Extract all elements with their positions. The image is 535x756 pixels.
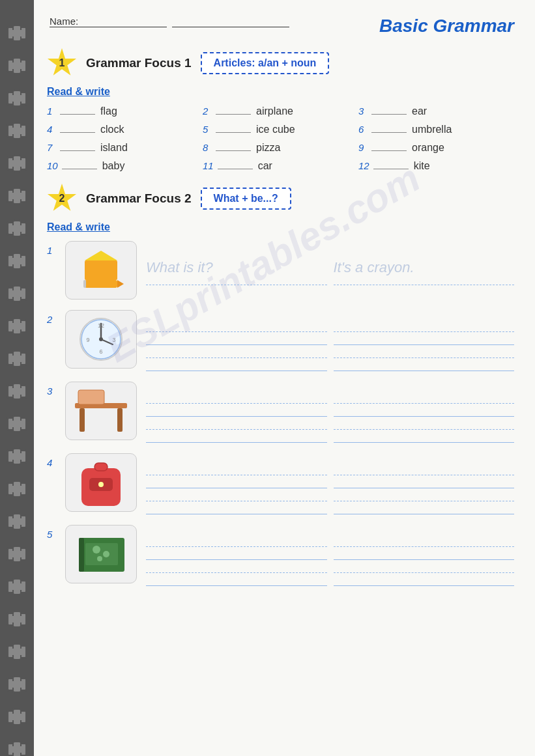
answer-line[interactable] bbox=[60, 150, 95, 151]
spiral-ring bbox=[7, 352, 27, 366]
writing-lines-area[interactable] bbox=[146, 382, 514, 443]
dotted-line bbox=[146, 538, 327, 547]
exercise-number: 12 bbox=[358, 160, 369, 171]
image-box-clock: 6 12 9 3 bbox=[65, 310, 137, 369]
dotted-line bbox=[334, 395, 515, 404]
exercise-number: 4 bbox=[47, 124, 56, 135]
writing-col bbox=[334, 466, 515, 514]
exercise-item: 5 ice cube bbox=[203, 124, 358, 135]
spiral-ring bbox=[7, 645, 27, 659]
read-write-1: Read & write bbox=[47, 86, 514, 98]
writing-line-group bbox=[146, 323, 514, 371]
answer-line[interactable] bbox=[216, 132, 251, 133]
star-number-2: 2 bbox=[59, 193, 65, 204]
svg-rect-17 bbox=[78, 390, 104, 404]
solid-line bbox=[334, 577, 515, 586]
exercise-item: 8 pizza bbox=[203, 142, 358, 154]
focus-box-2: What + be...? bbox=[201, 188, 291, 210]
writing-lines-area[interactable] bbox=[146, 525, 514, 586]
answer-line[interactable] bbox=[371, 132, 407, 133]
dotted-line bbox=[146, 466, 327, 475]
answer-line[interactable] bbox=[216, 150, 251, 151]
exercise-grid: 1 flag 2 airplane 3 ear 4 clock 5 ice cu… bbox=[47, 105, 514, 172]
answer-line[interactable] bbox=[60, 114, 95, 115]
writing-item: 4 bbox=[47, 453, 514, 514]
spiral-ring bbox=[7, 710, 27, 724]
answer-line[interactable] bbox=[216, 114, 251, 115]
image-box-desk bbox=[65, 382, 137, 440]
answer-line[interactable] bbox=[371, 114, 407, 115]
answer-line[interactable] bbox=[371, 150, 407, 151]
svg-text:3: 3 bbox=[112, 337, 115, 343]
exercise-number: 5 bbox=[203, 124, 212, 135]
exercise-word: clock bbox=[100, 124, 124, 135]
section2: 2 Grammar Focus 2 What + be...? Read & w… bbox=[47, 184, 514, 586]
spiral-ring bbox=[7, 189, 27, 203]
exercise-number: 2 bbox=[203, 105, 212, 117]
dotted-line bbox=[334, 466, 515, 475]
spiral-ring bbox=[7, 482, 27, 496]
exercise-number: 3 bbox=[358, 105, 368, 117]
exercise-word: umbrella bbox=[412, 124, 452, 135]
page-wrapper: ESLprintables.com Name: Basic Grammar 1 … bbox=[0, 0, 535, 756]
writing-item: 1 What is it? It's a crayon. bbox=[47, 241, 514, 300]
exercise-item: 4 clock bbox=[47, 124, 203, 135]
exercise-word: ice cube bbox=[256, 124, 295, 135]
focus-box-1: Articles: a/an + noun bbox=[201, 52, 330, 74]
spiral-ring bbox=[7, 319, 27, 333]
name-field[interactable]: Name: bbox=[47, 16, 289, 27]
spiral-ring bbox=[7, 254, 27, 268]
exercise-item: 3 ear bbox=[358, 105, 514, 117]
svg-text:9: 9 bbox=[86, 337, 89, 343]
dotted-line bbox=[146, 421, 327, 430]
dotted-line bbox=[146, 492, 327, 501]
svg-point-21 bbox=[98, 482, 104, 487]
exercise-number: 7 bbox=[47, 142, 56, 153]
item-number: 3 bbox=[47, 382, 56, 397]
grammar-focus-1-label: Grammar Focus 1 bbox=[86, 56, 192, 70]
writing-lines-area[interactable] bbox=[146, 453, 514, 514]
spiral-ring bbox=[7, 91, 27, 105]
exercise-item: 10 baby bbox=[47, 160, 203, 172]
exercise-item: 2 airplane bbox=[203, 105, 358, 117]
svg-rect-15 bbox=[80, 408, 85, 432]
dotted-line bbox=[334, 323, 515, 332]
answer-line[interactable] bbox=[373, 169, 409, 169]
svg-rect-2 bbox=[85, 260, 117, 280]
writing-col bbox=[146, 538, 327, 586]
dotted-line bbox=[334, 564, 515, 573]
grammar-focus-2: 2 Grammar Focus 2 What + be...? bbox=[47, 184, 514, 214]
header: Name: Basic Grammar bbox=[47, 16, 514, 36]
answer-line[interactable] bbox=[62, 169, 97, 169]
writing-line-group bbox=[146, 538, 514, 586]
example-answer: It's a crayon. bbox=[334, 259, 414, 275]
writing-line-group bbox=[146, 395, 514, 443]
writing-col bbox=[334, 323, 515, 371]
dotted-line bbox=[334, 276, 515, 285]
image-box-crayon bbox=[65, 241, 137, 300]
dotted-line bbox=[334, 421, 515, 430]
exercise-number: 10 bbox=[47, 160, 58, 171]
exercise-item: 11 car bbox=[203, 160, 358, 172]
writing-col bbox=[146, 466, 327, 514]
worksheet-page: ESLprintables.com Name: Basic Grammar 1 … bbox=[34, 0, 535, 756]
spiral-ring bbox=[7, 449, 27, 464]
writing-col bbox=[146, 395, 327, 443]
svg-rect-4 bbox=[83, 280, 86, 288]
star-shape-1: 1 bbox=[47, 48, 77, 78]
exercise-word: airplane bbox=[256, 105, 293, 117]
writing-lines-area[interactable]: What is it? It's a crayon. bbox=[146, 241, 514, 285]
solid-line bbox=[334, 434, 515, 443]
solid-line bbox=[146, 505, 327, 514]
answer-line[interactable] bbox=[218, 169, 253, 169]
example-text: What is it? It's a crayon. bbox=[146, 254, 514, 285]
spiral-ring bbox=[7, 612, 27, 626]
exercise-number: 1 bbox=[47, 105, 56, 117]
writing-lines-area[interactable] bbox=[146, 310, 514, 371]
exercise-number: 9 bbox=[358, 142, 368, 153]
svg-rect-20 bbox=[94, 463, 108, 471]
exercise-word: flag bbox=[100, 105, 117, 117]
svg-rect-24 bbox=[85, 543, 118, 565]
answer-line[interactable] bbox=[60, 132, 95, 133]
grammar-focus-1: 1 Grammar Focus 1 Articles: a/an + noun bbox=[47, 48, 514, 78]
